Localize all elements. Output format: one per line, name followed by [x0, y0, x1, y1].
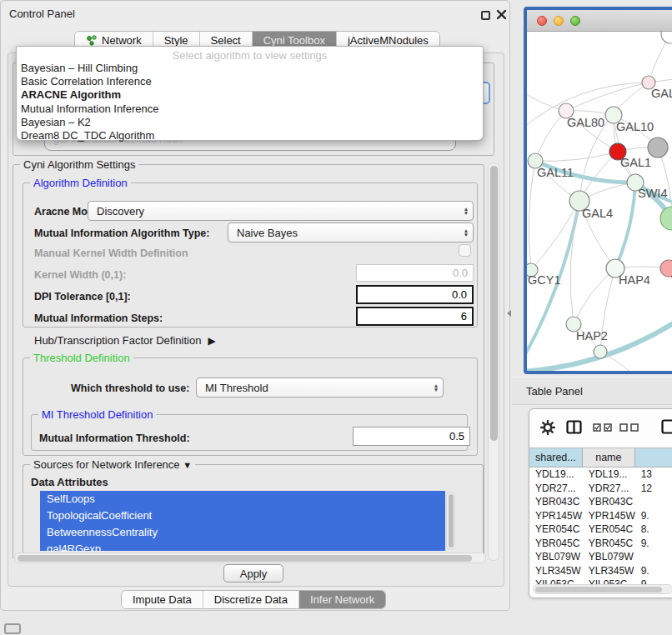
algorithm-definition-title: Algorithm Definition — [30, 177, 131, 189]
control-panel-title: Control Panel — [9, 8, 75, 20]
network-node[interactable] — [594, 345, 607, 358]
hub-definition-toggle[interactable]: Hub/Transcription Factor Definition ▶ — [34, 334, 216, 347]
tab-discretize-data[interactable]: Discretize Data — [203, 591, 299, 608]
tab-label: Style — [164, 34, 188, 47]
table-panel-titlebar: Table Panel — [512, 377, 672, 405]
float-window-icon[interactable] — [481, 11, 490, 20]
table-row[interactable]: YLR345WYLR345W9. — [529, 564, 672, 578]
network-node[interactable] — [660, 207, 672, 230]
minimize-traffic-light-icon[interactable] — [554, 16, 564, 26]
table-cell: YBR043C — [529, 496, 583, 508]
table-header-row: shared...name — [529, 448, 672, 468]
network-node-label: HAP4 — [619, 273, 650, 287]
network-node[interactable] — [648, 138, 668, 158]
gear-icon[interactable] — [540, 420, 555, 435]
table-row[interactable]: YBR043CYBR043C — [529, 495, 672, 509]
collapsed-arrow-icon: ▶ — [208, 335, 215, 347]
mi-threshold-field[interactable]: 0.5 — [353, 427, 470, 446]
algorithm-option[interactable]: Bayesian – K2 — [17, 116, 483, 129]
close-traffic-light-icon[interactable] — [537, 16, 547, 26]
which-threshold-combobox[interactable]: MI Threshold ▲▼ — [196, 378, 444, 398]
network-edge[interactable] — [535, 152, 618, 161]
network-node[interactable] — [661, 32, 672, 43]
algorithm-option[interactable]: ARACNE Algorithm — [17, 88, 483, 102]
settings-scrollbar-thumb[interactable] — [490, 166, 498, 441]
tab-label: Discretize Data — [214, 593, 288, 606]
attributes-scrollbar-thumb[interactable] — [449, 494, 454, 548]
panel-resize-handle[interactable] — [507, 310, 511, 317]
split-columns-icon[interactable] — [566, 420, 582, 434]
network-node-label: GCY1 — [528, 273, 561, 287]
data-attributes-list: SelfLoopsTopologicalCoefficientBetweenne… — [40, 491, 445, 551]
table-row[interactable]: YDR27...YDR27...12 — [529, 482, 672, 496]
algorithm-option[interactable]: Basic Correlation Inference — [17, 75, 483, 88]
network-view-window: GALGAL80GAL10GAL1GAL11SWI4GAL4GCY1HAP4YH… — [524, 7, 672, 374]
table-window: shared...name YDL19...YDL19...13YDR27...… — [529, 408, 672, 598]
stepper-icon: ▲▼ — [429, 383, 443, 392]
attributes-scrollbar[interactable] — [446, 492, 455, 550]
algorithm-dropdown-popup: Select algorithm to view settings Bayesi… — [16, 46, 484, 141]
table-row[interactable]: YBR045CYBR045C9. — [529, 537, 672, 551]
algorithm-option[interactable]: Mutual Information Inference — [17, 102, 483, 116]
network-edge[interactable] — [574, 268, 615, 324]
table-row[interactable]: YER054CYER054C8. — [529, 522, 672, 537]
unchecked-pair-icon[interactable] — [619, 423, 639, 432]
apply-button[interactable]: Apply — [223, 564, 283, 582]
algorithm-list: Bayesian – Hill ClimbingBasic Correlatio… — [17, 62, 483, 142]
table-cell: YPR145W — [529, 510, 583, 522]
expanded-arrow-icon: ▼ — [183, 460, 192, 470]
network-icon — [86, 35, 98, 46]
data-attribute-item[interactable]: gal4RGexp — [40, 541, 445, 551]
settings-scrollbar[interactable] — [488, 162, 499, 561]
algorithm-option[interactable]: Bayesian – Hill Climbing — [17, 62, 483, 75]
network-canvas[interactable]: GALGAL80GAL10GAL1GAL11SWI4GAL4GCY1HAP4YH… — [527, 32, 672, 371]
table-cell: YBL079W — [529, 551, 583, 562]
manual-kernel-checkbox[interactable] — [459, 244, 471, 257]
partial-table-icon[interactable] — [661, 419, 672, 434]
data-attribute-item[interactable]: TopologicalCoefficient — [40, 508, 445, 524]
settings-hscrollbar-thumb[interactable] — [18, 555, 472, 562]
table-cell: 9. — [635, 565, 672, 577]
data-attribute-item[interactable]: BetweennessCentrality — [40, 524, 445, 541]
table-row[interactable]: YPR145WYPR145W9. — [529, 509, 672, 523]
mi-type-value: Naive Bayes — [228, 227, 459, 239]
table-cell: YPR145W — [583, 510, 635, 522]
tab-label: Select — [211, 34, 241, 47]
table-cell: YDR27... — [583, 482, 635, 494]
kernel-width-field[interactable]: 0.0 — [356, 264, 474, 282]
column-header[interactable]: name — [583, 448, 635, 467]
zoom-traffic-light-icon[interactable] — [570, 16, 580, 26]
column-header[interactable]: shared... — [529, 448, 583, 467]
column-header[interactable] — [635, 448, 672, 467]
tab-infer-network[interactable]: Infer Network — [299, 591, 385, 608]
table-hscrollbar-thumb[interactable] — [535, 587, 662, 592]
threshold-definition-title: Threshold Definition — [30, 352, 133, 364]
table-cell: YBR043C — [583, 496, 635, 508]
dpi-tolerance-field[interactable]: 0.0 — [356, 285, 474, 304]
algorithm-option[interactable]: Dream8 DC_TDC Algorithm — [17, 129, 483, 142]
mi-type-label: Mutual Information Algorithm Type: — [34, 228, 209, 239]
collapsed-panel-icon[interactable] — [4, 623, 21, 634]
table-cell: YBR045C — [529, 538, 583, 549]
table-cell: 12 — [635, 482, 672, 494]
table-hscrollbar[interactable] — [533, 584, 672, 594]
table-row[interactable]: YDL19...YDL19...13 — [529, 468, 672, 482]
settings-group-title: Cyni Algorithm Settings — [20, 158, 138, 171]
table-row[interactable]: YBL079WYBL079W — [529, 550, 672, 564]
sources-group-title: Sources for Network Inference ▼ — [30, 458, 195, 472]
network-edge[interactable] — [535, 111, 566, 161]
checked-pair-icon[interactable] — [593, 423, 613, 432]
data-attribute-item[interactable]: SelfLoops — [40, 491, 445, 508]
settings-hscrollbar[interactable] — [14, 552, 486, 563]
mi-steps-field[interactable]: 6 — [356, 307, 474, 326]
network-node-label: GAL — [651, 87, 672, 100]
network-node-label: SWI4 — [638, 187, 667, 200]
mi-type-combobox[interactable]: Naive Bayes ▲▼ — [228, 222, 474, 242]
network-edge[interactable] — [529, 161, 535, 270]
network-node-label: GAL80 — [567, 116, 604, 129]
close-icon[interactable] — [496, 9, 507, 20]
tab-impute-data[interactable]: Impute Data — [122, 591, 203, 608]
network-node-label: GAL4 — [582, 207, 613, 220]
network-edge-highlighted[interactable] — [615, 182, 635, 268]
aracne-mode-combobox[interactable]: Discovery ▲▼ — [88, 201, 474, 221]
